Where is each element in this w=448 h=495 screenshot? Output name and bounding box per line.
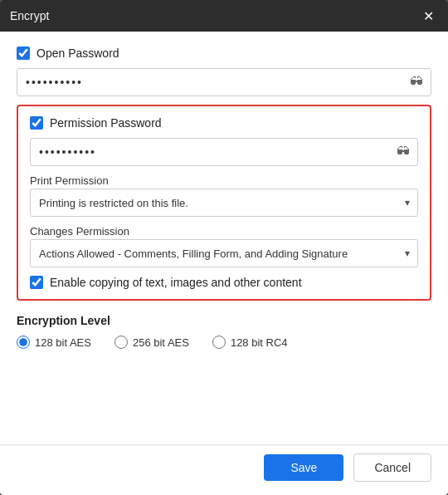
encryption-level-section: Encryption Level 128 bit AES 256 bit AES… (17, 309, 431, 349)
encryption-level-title: Encryption Level (17, 314, 431, 327)
enable-copying-row: Enable copying of text, images and other… (30, 276, 418, 289)
encryption-level-radio-group: 128 bit AES 256 bit AES 128 bit RC4 (17, 336, 431, 349)
radio-option-aes256[interactable]: 256 bit AES (114, 336, 189, 349)
close-button[interactable]: ✕ (418, 6, 438, 26)
permission-password-field-wrapper: 🕶 (30, 138, 418, 166)
open-password-checkbox[interactable] (17, 47, 30, 60)
permission-box: Permission Password 🕶 Print Permission P… (17, 105, 431, 301)
print-permission-select-wrapper: Printing is restricted on this file. Low… (30, 189, 418, 217)
enable-copying-checkbox[interactable] (30, 276, 43, 289)
encrypt-dialog: Encrypt ✕ Open Password 🕶 Permission Pas… (0, 0, 448, 495)
dialog-title: Encrypt (10, 9, 49, 22)
changes-permission-section: Changes Permission None Inserting, delet… (30, 225, 418, 267)
changes-permission-select-wrapper: None Inserting, deleting, and rotating p… (30, 239, 418, 267)
cancel-button[interactable]: Cancel (353, 453, 431, 482)
dialog-body: Open Password 🕶 Permission Password 🕶 Pr… (0, 32, 448, 444)
save-button[interactable]: Save (264, 454, 343, 481)
open-password-eye-icon[interactable]: 🕶 (410, 75, 423, 90)
changes-permission-select[interactable]: None Inserting, deleting, and rotating p… (30, 239, 418, 267)
radio-aes128[interactable] (17, 336, 30, 349)
permission-password-input[interactable] (30, 138, 418, 166)
open-password-field-wrapper: 🕶 (17, 68, 431, 96)
radio-option-aes128[interactable]: 128 bit AES (17, 336, 91, 349)
permission-password-checkbox[interactable] (30, 116, 43, 130)
print-permission-select[interactable]: Printing is restricted on this file. Low… (30, 189, 418, 217)
permission-password-label: Permission Password (50, 116, 162, 130)
permission-password-row: Permission Password (30, 116, 418, 130)
print-permission-section: Print Permission Printing is restricted … (30, 174, 418, 217)
radio-option-rc4128[interactable]: 128 bit RC4 (212, 336, 288, 349)
open-password-row: Open Password (17, 47, 431, 60)
print-permission-label: Print Permission (30, 174, 418, 187)
dialog-footer: Save Cancel (0, 444, 448, 495)
radio-aes256[interactable] (114, 336, 128, 349)
title-bar: Encrypt ✕ (0, 0, 448, 32)
radio-rc4128-label: 128 bit RC4 (231, 336, 288, 349)
permission-password-eye-icon[interactable]: 🕶 (397, 145, 410, 159)
radio-aes128-label: 128 bit AES (35, 336, 91, 349)
radio-rc4128[interactable] (212, 336, 226, 349)
changes-permission-label: Changes Permission (30, 225, 418, 238)
radio-aes256-label: 256 bit AES (133, 336, 189, 349)
enable-copying-label: Enable copying of text, images and other… (50, 276, 302, 289)
open-password-label: Open Password (37, 47, 119, 60)
open-password-input[interactable] (17, 68, 431, 96)
